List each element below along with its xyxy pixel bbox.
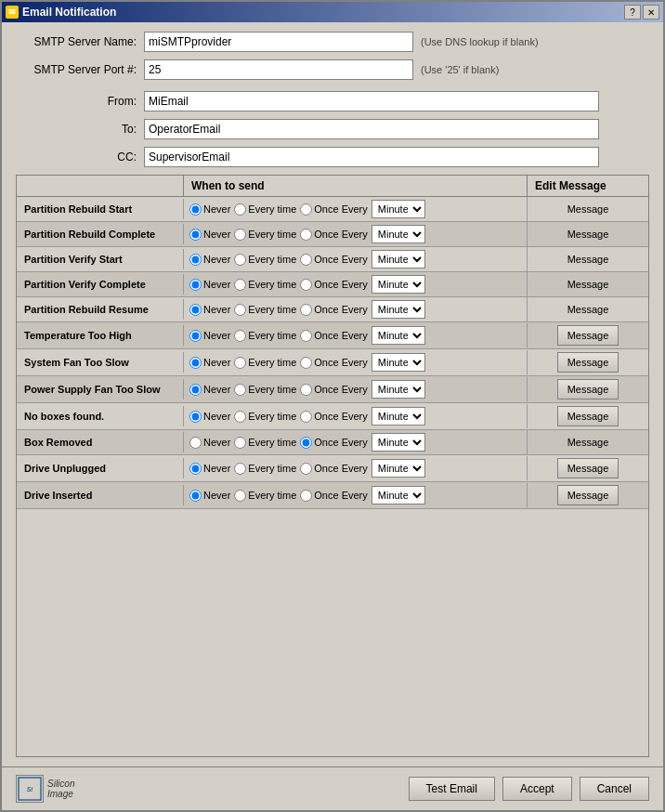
never-radio-group: Never	[189, 229, 230, 241]
never-radio[interactable]	[189, 411, 202, 423]
everytime-radio[interactable]	[234, 490, 246, 502]
test-email-button[interactable]: Test Email	[409, 777, 495, 801]
never-radio[interactable]	[189, 279, 202, 291]
everytime-radio[interactable]	[234, 304, 246, 316]
row-event-label: Drive Unplugged	[17, 458, 184, 478]
everytime-radio[interactable]	[234, 411, 246, 423]
table-row: Partition Rebuild CompleteNeverEvery tim…	[17, 222, 648, 247]
row-event-label: System Fan Too Slow	[17, 352, 184, 373]
logo-text: SiliconImage	[47, 779, 74, 799]
minute-select[interactable]: Minute	[372, 275, 425, 294]
minute-select[interactable]: Minute	[372, 326, 425, 345]
title-bar-buttons: ? ✕	[624, 5, 659, 20]
message-text: Message	[567, 254, 609, 265]
smtp-server-input[interactable]	[144, 32, 413, 52]
message-button[interactable]: Message	[557, 325, 619, 346]
onceevery-radio[interactable]	[300, 330, 312, 342]
minute-select[interactable]: Minute	[372, 380, 425, 399]
onceevery-radio-group: Once Every	[300, 384, 367, 396]
never-radio[interactable]	[189, 330, 202, 342]
minute-select[interactable]: Minute	[372, 407, 425, 426]
never-radio[interactable]	[189, 304, 202, 316]
onceevery-radio[interactable]	[300, 490, 312, 502]
everytime-radio-group: Every time	[234, 490, 296, 502]
everytime-radio-group: Every time	[234, 357, 296, 369]
minute-select[interactable]: Minute	[372, 200, 425, 218]
message-button[interactable]: Message	[557, 379, 619, 399]
table-rows: Partition Rebuild StartNeverEvery timeOn…	[17, 197, 648, 509]
row-action: Message	[528, 301, 648, 318]
table-row: Box RemovedNeverEvery timeOnce EveryMinu…	[17, 430, 648, 455]
everytime-label: Every time	[248, 229, 296, 240]
cancel-button[interactable]: Cancel	[580, 777, 649, 801]
minute-select[interactable]: Minute	[372, 433, 425, 452]
onceevery-label: Once Every	[314, 254, 367, 265]
never-label: Never	[203, 229, 230, 240]
message-button[interactable]: Message	[557, 352, 619, 373]
onceevery-radio[interactable]	[300, 437, 312, 449]
message-button[interactable]: Message	[557, 485, 619, 505]
everytime-label: Every time	[248, 203, 296, 215]
minute-select[interactable]: Minute	[372, 459, 425, 478]
never-radio[interactable]	[189, 490, 202, 502]
onceevery-radio-group: Once Every	[300, 411, 367, 423]
accept-button[interactable]: Accept	[502, 777, 572, 801]
never-radio[interactable]	[189, 357, 202, 369]
onceevery-radio-group: Once Every	[300, 279, 367, 291]
row-event-label: Power Supply Fan Too Slow	[17, 379, 184, 399]
close-button[interactable]: ✕	[643, 5, 659, 20]
never-radio[interactable]	[189, 437, 202, 449]
row-event-label: Partition Verify Start	[17, 249, 184, 269]
onceevery-radio[interactable]	[300, 463, 312, 475]
from-input[interactable]	[144, 91, 599, 111]
never-radio[interactable]	[189, 463, 202, 475]
smtp-server-row: SMTP Server Name: (Use DNS lookup if bla…	[16, 32, 649, 52]
everytime-label: Every time	[248, 384, 296, 395]
never-radio[interactable]	[189, 384, 202, 396]
onceevery-radio[interactable]	[300, 254, 312, 266]
minute-select[interactable]: Minute	[372, 300, 425, 319]
never-label: Never	[203, 357, 230, 368]
everytime-radio[interactable]	[234, 279, 246, 291]
everytime-radio-group: Every time	[234, 411, 296, 423]
row-controls: NeverEvery timeOnce EveryMinute	[184, 247, 528, 271]
onceevery-radio[interactable]	[300, 279, 312, 291]
onceevery-radio[interactable]	[300, 304, 312, 316]
onceevery-radio[interactable]	[300, 411, 312, 423]
everytime-radio[interactable]	[234, 463, 246, 475]
row-event-label: Drive Inserted	[17, 485, 184, 505]
minute-select[interactable]: Minute	[372, 225, 425, 243]
window-body: SMTP Server Name: (Use DNS lookup if bla…	[2, 22, 663, 766]
never-radio[interactable]	[189, 229, 202, 241]
everytime-radio[interactable]	[234, 437, 246, 449]
minute-select[interactable]: Minute	[372, 486, 425, 504]
everytime-radio[interactable]	[234, 254, 246, 266]
message-button[interactable]: Message	[557, 458, 619, 478]
everytime-radio[interactable]	[234, 229, 246, 241]
cc-input[interactable]	[144, 147, 599, 167]
onceevery-radio[interactable]	[300, 229, 312, 241]
help-button[interactable]: ?	[624, 5, 641, 20]
never-radio[interactable]	[189, 203, 202, 216]
onceevery-radio[interactable]	[300, 357, 312, 369]
onceevery-radio[interactable]	[300, 203, 312, 216]
never-radio-group: Never	[189, 357, 230, 369]
never-radio[interactable]	[189, 254, 202, 266]
minute-select[interactable]: Minute	[372, 353, 425, 372]
everytime-radio-group: Every time	[234, 254, 296, 266]
row-action: Message	[528, 322, 648, 348]
to-input[interactable]	[144, 119, 599, 139]
smtp-port-input[interactable]	[144, 59, 413, 80]
everytime-radio[interactable]	[234, 384, 246, 396]
minute-select[interactable]: Minute	[372, 250, 425, 268]
onceevery-radio[interactable]	[300, 384, 312, 396]
onceevery-label: Once Every	[314, 384, 367, 395]
onceevery-label: Once Every	[314, 203, 367, 215]
everytime-radio[interactable]	[234, 357, 246, 369]
message-text: Message	[567, 304, 609, 315]
row-controls: NeverEvery timeOnce EveryMinute	[184, 323, 528, 347]
message-button[interactable]: Message	[557, 406, 619, 426]
everytime-radio[interactable]	[234, 203, 246, 216]
onceevery-radio-group: Once Every	[300, 254, 367, 266]
everytime-radio[interactable]	[234, 330, 246, 342]
